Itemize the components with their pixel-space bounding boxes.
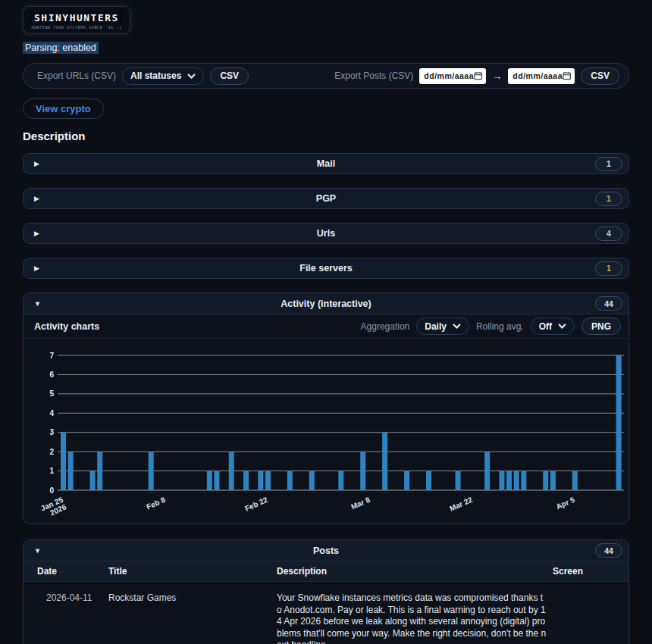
svg-text:Feb 8: Feb 8	[145, 496, 167, 511]
activity-panel: ▼ Activity (interactive) 44 Activity cha…	[23, 292, 629, 524]
view-crypto-button[interactable]: View crypto	[23, 98, 104, 119]
accordion-sections: ▶ Mail 1 ▶ PGP 1 ▶ Urls 4 ▶ File servers…	[23, 153, 629, 644]
section-label: Posts	[24, 546, 628, 556]
post-screen	[553, 592, 628, 644]
count-badge: 1	[595, 192, 622, 206]
posts-panel: ▼ Posts 44 Date Title Description Screen…	[23, 539, 629, 644]
collapsed-triangle-icon: ▶	[34, 264, 49, 272]
date-to-input[interactable]: dd/mm/aaaa	[508, 68, 575, 84]
parsing-status: Parsing: enabled	[23, 42, 99, 54]
col-description: Description	[277, 566, 553, 577]
rolling-avg-value: Off	[539, 321, 552, 332]
svg-text:5: 5	[49, 389, 54, 398]
svg-text:Jan 252026: Jan 252026	[39, 496, 68, 519]
expanded-triangle-icon: ▼	[34, 300, 49, 308]
export-posts-label: Export Posts (CSV)	[334, 70, 413, 81]
section-pgp[interactable]: ▶ PGP 1	[23, 188, 629, 209]
activity-bar-chart[interactable]: 01234567Jan 252026Feb 8Feb 22Mar 8Mar 22…	[24, 342, 624, 519]
svg-text:6: 6	[49, 370, 54, 379]
post-date: 2026-04-11	[37, 592, 108, 644]
export-urls-label: Export URLs (CSV)	[37, 70, 116, 81]
export-toolbar: Export URLs (CSV) All statuses CSV Expor…	[23, 63, 629, 89]
col-date: Date	[37, 566, 108, 577]
png-export-button[interactable]: PNG	[581, 317, 621, 335]
section-label: Urls	[24, 228, 628, 239]
chevron-down-icon	[453, 324, 461, 329]
posts-table-header: Date Title Description Screen	[24, 561, 628, 582]
section-mail[interactable]: ▶ Mail 1	[23, 153, 629, 174]
section-posts-header[interactable]: ▼ Posts 44	[24, 540, 628, 561]
section-label: PGP	[24, 193, 628, 204]
chevron-down-icon	[558, 324, 566, 329]
svg-text:Feb 22: Feb 22	[243, 496, 269, 513]
status-select-value: All statuses	[130, 70, 181, 81]
section-activity-header[interactable]: ▼ Activity (interactive) 44	[24, 293, 628, 314]
count-badge: 44	[595, 543, 622, 558]
date-from-input[interactable]: dd/mm/aaaa	[419, 68, 486, 84]
logo-subtitle: HUNTING YOUR SYSTEMS SINCE '16 :)	[31, 25, 122, 30]
activity-charts-title: Activity charts	[34, 321, 99, 332]
section-urls[interactable]: ▶ Urls 4	[23, 223, 629, 244]
count-badge: 1	[595, 261, 622, 276]
svg-text:1: 1	[49, 467, 54, 475]
activity-controls: Activity charts Aggregation Daily Rollin…	[24, 314, 628, 339]
collapsed-triangle-icon: ▶	[34, 195, 49, 202]
export-urls-csv-button[interactable]: CSV	[210, 67, 249, 85]
activity-chart-wrap: 01234567Jan 252026Feb 8Feb 22Mar 8Mar 22…	[24, 339, 628, 524]
svg-text:Mar 22: Mar 22	[448, 496, 474, 513]
aggregation-select[interactable]: Daily	[416, 317, 469, 335]
svg-text:7: 7	[49, 352, 54, 360]
col-screen: Screen	[553, 566, 628, 577]
col-title: Title	[108, 566, 277, 577]
aggregation-label: Aggregation	[361, 321, 410, 332]
section-file-servers[interactable]: ▶ File servers 1	[23, 258, 629, 279]
calendar-icon[interactable]	[474, 71, 482, 80]
svg-text:0: 0	[49, 486, 54, 495]
chevron-down-icon	[187, 73, 196, 79]
count-badge: 4	[595, 227, 622, 241]
svg-text:4: 4	[49, 409, 54, 417]
post-row: 2026-04-11 Rockstar Games Your Snowflake…	[24, 582, 628, 644]
post-description: Your Snowflake instances metrics data wa…	[277, 592, 553, 644]
rolling-avg-label: Rolling avg.	[476, 321, 524, 332]
svg-text:3: 3	[49, 428, 54, 436]
section-label: File servers	[24, 263, 628, 274]
calendar-icon[interactable]	[563, 71, 571, 80]
logo-title: SHINYHUNTERS	[31, 11, 122, 23]
export-posts-group: Export Posts (CSV) dd/mm/aaaa → dd/mm/aa…	[334, 67, 619, 85]
status-select[interactable]: All statuses	[122, 67, 204, 85]
section-label: Activity (interactive)	[24, 299, 628, 309]
export-posts-csv-button[interactable]: CSV	[581, 67, 619, 85]
count-badge: 1	[595, 157, 622, 171]
logo: SHINYHUNTERS HUNTING YOUR SYSTEMS SINCE …	[23, 6, 130, 34]
aggregation-value: Daily	[425, 321, 447, 332]
description-heading: Description	[23, 130, 629, 142]
page: SHINYHUNTERS HUNTING YOUR SYSTEMS SINCE …	[0, 0, 652, 644]
svg-text:Mar 8: Mar 8	[350, 496, 371, 511]
post-title: Rockstar Games	[108, 592, 277, 644]
svg-text:2: 2	[49, 448, 54, 456]
rolling-avg-select[interactable]: Off	[531, 317, 575, 335]
collapsed-triangle-icon: ▶	[34, 160, 49, 167]
expanded-triangle-icon: ▼	[34, 547, 49, 555]
export-urls-group: Export URLs (CSV) All statuses CSV	[37, 67, 249, 85]
section-label: Mail	[24, 158, 628, 169]
arrow-right-icon: →	[492, 70, 502, 82]
svg-text:Apr 5: Apr 5	[555, 496, 576, 511]
date-from-value: dd/mm/aaaa	[424, 71, 474, 80]
date-to-value: dd/mm/aaaa	[513, 71, 563, 80]
collapsed-triangle-icon: ▶	[34, 230, 49, 237]
count-badge: 44	[595, 296, 622, 311]
